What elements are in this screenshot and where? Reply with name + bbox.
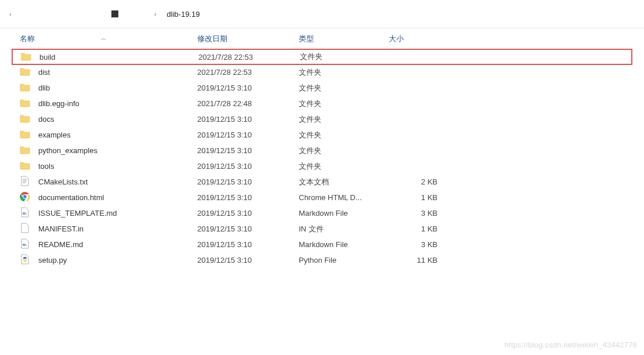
chevron-right-icon: › <box>6 10 15 17</box>
file-name: python_examples <box>38 146 197 155</box>
file-icon <box>20 223 30 235</box>
file-date: 2019/12/15 3:10 <box>197 256 299 265</box>
file-type: Python File <box>299 256 389 265</box>
file-name: documentation.html <box>38 193 197 202</box>
file-type: Chrome HTML D... <box>299 193 389 202</box>
file-type: 文件夹 <box>299 114 389 125</box>
file-name: setup.py <box>38 256 197 265</box>
file-size: 3 KB <box>389 209 441 218</box>
column-headers: 名称 ︿ 修改日期 类型 大小 <box>12 28 632 49</box>
watermark: https://blog.csdn.net/weixin_43442778 <box>504 340 637 349</box>
table-row[interactable]: dist2021/7/28 22:53文件夹 <box>12 64 632 80</box>
file-name: dist <box>38 68 197 77</box>
folder-icon <box>20 129 30 141</box>
file-type: 文件夹 <box>299 130 389 140</box>
file-list: 名称 ︿ 修改日期 类型 大小 build2021/7/28 22:53文件夹d… <box>0 28 644 268</box>
column-header-name-label: 名称 <box>20 34 35 44</box>
file-type: 文件夹 <box>299 161 389 172</box>
file-date: 2019/12/15 3:10 <box>197 240 299 249</box>
file-type: 文件夹 <box>299 146 389 156</box>
table-row[interactable]: CMakeLists.txt2019/12/15 3:10文本文档2 KB <box>12 174 632 190</box>
table-row[interactable]: build2021/7/28 22:53文件夹 <box>12 49 632 65</box>
file-date: 2019/12/15 3:10 <box>197 131 299 139</box>
file-size: 1 KB <box>389 193 441 202</box>
file-date: 2021/7/28 22:53 <box>198 53 300 61</box>
file-date: 2019/12/15 3:10 <box>197 209 299 218</box>
column-header-size[interactable]: 大小 <box>389 34 441 44</box>
folder-icon <box>20 82 30 94</box>
folder-icon <box>20 66 30 78</box>
file-name: MANIFEST.in <box>38 224 197 233</box>
table-row[interactable]: setup.py2019/12/15 3:10Python File11 KB <box>12 252 632 268</box>
file-type: 文件夹 <box>299 99 389 109</box>
table-row[interactable]: dlib2019/12/15 3:10文件夹 <box>12 80 632 96</box>
file-type: 文件夹 <box>299 67 389 78</box>
file-name: README.md <box>38 240 197 249</box>
file-name: tools <box>38 162 197 171</box>
file-date: 2019/12/15 3:10 <box>197 193 299 202</box>
file-type: Markdown File <box>299 209 389 218</box>
file-date: 2019/12/15 3:10 <box>197 84 299 92</box>
folder-icon <box>20 144 30 157</box>
chrome-icon <box>20 191 30 204</box>
file-size: 2 KB <box>389 178 441 186</box>
svg-text:M↓: M↓ <box>23 243 27 247</box>
table-row[interactable]: docs2019/12/15 3:10文件夹 <box>12 111 632 127</box>
python-file-icon <box>20 254 30 266</box>
file-date: 2019/12/15 3:10 <box>197 224 299 233</box>
breadcrumb-current[interactable]: dlib-19.19 <box>164 10 202 19</box>
folder-icon <box>20 97 30 110</box>
table-row[interactable]: examples2019/12/15 3:10文件夹 <box>12 127 632 143</box>
table-row[interactable]: M↓ISSUE_TEMPLATE.md2019/12/15 3:10Markdo… <box>12 205 632 221</box>
markdown-file-icon: M↓ <box>20 238 30 251</box>
table-row[interactable]: python_examples2019/12/15 3:10文件夹 <box>12 143 632 158</box>
file-name: dlib <box>38 84 197 92</box>
file-name: CMakeLists.txt <box>38 178 197 186</box>
breadcrumb[interactable]: › › dlib-19.19 <box>0 0 644 28</box>
file-name: docs <box>38 115 197 124</box>
chevron-right-icon: › <box>151 10 160 17</box>
file-name: ISSUE_TEMPLATE.md <box>38 209 197 218</box>
file-type: 文件夹 <box>299 83 389 93</box>
file-size: 11 KB <box>389 256 441 265</box>
file-type: IN 文件 <box>299 224 389 234</box>
table-row[interactable]: MANIFEST.in2019/12/15 3:10IN 文件1 KB <box>12 221 632 237</box>
column-header-type[interactable]: 类型 <box>299 34 389 44</box>
folder-icon <box>21 51 31 63</box>
table-row[interactable]: tools2019/12/15 3:10文件夹 <box>12 158 632 174</box>
file-name: build <box>39 53 198 61</box>
file-date: 2019/12/15 3:10 <box>197 162 299 171</box>
file-type: Markdown File <box>299 240 389 249</box>
file-size: 3 KB <box>389 240 441 249</box>
column-header-name[interactable]: 名称 ︿ <box>12 34 197 44</box>
file-date: 2019/12/15 3:10 <box>197 146 299 155</box>
svg-text:M↓: M↓ <box>23 212 27 215</box>
table-row[interactable]: documentation.html2019/12/15 3:10Chrome … <box>12 190 632 205</box>
table-row[interactable]: dlib.egg-info2021/7/28 22:48文件夹 <box>12 96 632 111</box>
file-name: examples <box>38 131 197 139</box>
table-row[interactable]: M↓README.md2019/12/15 3:10Markdown File3… <box>12 237 632 252</box>
file-type: 文件夹 <box>300 52 390 62</box>
file-date: 2021/7/28 22:53 <box>197 68 299 77</box>
text-file-icon <box>20 176 30 188</box>
sort-ascending-icon: ︿ <box>101 35 106 42</box>
folder-icon <box>20 113 30 125</box>
file-date: 2019/12/15 3:10 <box>197 115 299 124</box>
stop-icon <box>111 10 118 17</box>
column-header-date[interactable]: 修改日期 <box>197 34 299 44</box>
file-type: 文本文档 <box>299 177 389 187</box>
file-name: dlib.egg-info <box>38 99 197 108</box>
file-size: 1 KB <box>389 224 441 233</box>
folder-icon <box>20 160 30 172</box>
file-date: 2021/7/28 22:48 <box>197 99 299 108</box>
markdown-file-icon: M↓ <box>20 207 30 219</box>
file-date: 2019/12/15 3:10 <box>197 178 299 186</box>
